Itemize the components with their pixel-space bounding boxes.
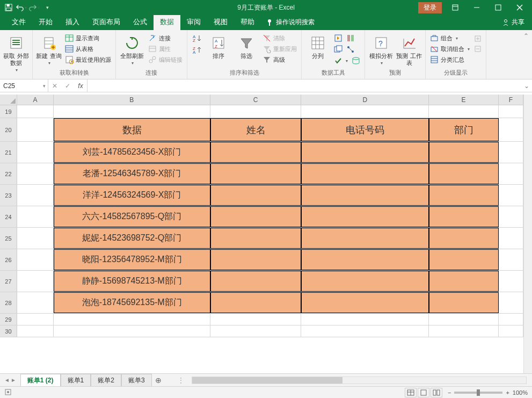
col-header[interactable]: C bbox=[210, 95, 302, 105]
filter-button[interactable]: 筛选 bbox=[234, 33, 259, 60]
name-box[interactable]: C25 bbox=[0, 79, 48, 92]
cell[interactable]: 刘芸-14785623456-X部门 bbox=[54, 142, 210, 163]
tab-home[interactable]: 开始 bbox=[32, 14, 59, 30]
qat-customize-icon[interactable]: ▾ bbox=[42, 2, 53, 13]
advanced-filter-button[interactable]: 高级 bbox=[261, 55, 298, 64]
cell[interactable] bbox=[499, 228, 523, 249]
row-header[interactable]: 30 bbox=[0, 325, 17, 337]
cell[interactable] bbox=[429, 249, 499, 270]
cell[interactable] bbox=[17, 105, 54, 118]
cell[interactable] bbox=[499, 325, 523, 337]
cell[interactable] bbox=[429, 142, 499, 163]
data-validation-button[interactable] bbox=[333, 56, 349, 66]
cell[interactable]: 晓阳-12356478952-M部门 bbox=[54, 249, 210, 270]
new-sheet-button[interactable]: ⊕ bbox=[152, 376, 165, 385]
row-header[interactable]: 23 bbox=[0, 185, 17, 206]
cell[interactable]: 静静-15698745213-M部门 bbox=[54, 271, 210, 292]
page-layout-view-button[interactable] bbox=[418, 388, 429, 397]
cell[interactable] bbox=[429, 325, 499, 337]
ungroup-button[interactable]: 取消组合 bbox=[429, 44, 471, 54]
cell[interactable] bbox=[210, 271, 302, 292]
minimize-icon[interactable] bbox=[469, 0, 485, 15]
row-header[interactable]: 27 bbox=[0, 271, 17, 292]
cell[interactable] bbox=[17, 314, 54, 325]
cell[interactable] bbox=[210, 292, 302, 313]
accept-formula-icon[interactable]: ✓ bbox=[61, 82, 74, 90]
normal-view-button[interactable] bbox=[405, 388, 417, 397]
sheet-tab[interactable]: 账单2 bbox=[91, 374, 121, 387]
col-header[interactable]: A bbox=[17, 95, 54, 105]
cell[interactable] bbox=[499, 185, 523, 206]
cell[interactable] bbox=[17, 206, 54, 227]
cell[interactable] bbox=[301, 105, 429, 118]
cell[interactable] bbox=[17, 118, 54, 141]
cell[interactable] bbox=[429, 271, 499, 292]
cell[interactable] bbox=[499, 118, 523, 141]
cell[interactable] bbox=[210, 249, 302, 270]
tab-insert[interactable]: 插入 bbox=[59, 14, 86, 30]
group-button[interactable]: 组合 bbox=[429, 33, 471, 43]
sheet-tab-nav[interactable]: ◄► bbox=[0, 377, 20, 383]
cell[interactable] bbox=[210, 228, 302, 249]
fx-icon[interactable]: fx bbox=[74, 82, 87, 90]
cell[interactable] bbox=[429, 228, 499, 249]
cell[interactable] bbox=[499, 163, 523, 184]
connections-button[interactable]: 连接 bbox=[147, 33, 184, 43]
cell[interactable] bbox=[54, 105, 210, 118]
cell[interactable] bbox=[54, 314, 210, 325]
cell[interactable] bbox=[17, 228, 54, 249]
login-button[interactable]: 登录 bbox=[418, 2, 442, 13]
cell[interactable] bbox=[301, 163, 429, 184]
cell[interactable] bbox=[301, 185, 429, 206]
consolidate-button[interactable] bbox=[345, 33, 356, 43]
cell[interactable] bbox=[499, 105, 523, 118]
col-header[interactable]: F bbox=[499, 95, 523, 105]
forecast-sheet-button[interactable]: 预测 工作表 bbox=[396, 33, 422, 67]
cell[interactable] bbox=[17, 163, 54, 184]
cell[interactable]: 老潘-12546345789-X部门 bbox=[54, 163, 210, 184]
cell[interactable] bbox=[301, 314, 429, 325]
tab-formulas[interactable]: 公式 bbox=[127, 14, 154, 30]
cell[interactable]: 部门 bbox=[429, 118, 499, 141]
relationships-button[interactable] bbox=[345, 45, 356, 54]
cell[interactable] bbox=[499, 249, 523, 270]
cell[interactable] bbox=[301, 249, 429, 270]
row-header[interactable]: 21 bbox=[0, 142, 17, 163]
vertical-scrollbar[interactable] bbox=[523, 95, 532, 373]
cell[interactable] bbox=[499, 314, 523, 325]
cell[interactable]: 六六-14582567895-Q部门 bbox=[54, 206, 210, 227]
tell-me-search[interactable]: 操作说明搜索 bbox=[261, 15, 320, 30]
remove-duplicates-button[interactable] bbox=[333, 45, 344, 54]
tab-review[interactable]: 审阅 bbox=[180, 14, 207, 30]
expand-formula-icon[interactable]: ⌄ bbox=[521, 79, 532, 92]
cell[interactable] bbox=[17, 325, 54, 337]
cell[interactable] bbox=[210, 185, 302, 206]
sort-asc-button[interactable]: AZ bbox=[191, 33, 203, 43]
cell[interactable] bbox=[429, 105, 499, 118]
cell[interactable]: 姓名 bbox=[210, 118, 302, 141]
record-macro-icon[interactable] bbox=[4, 388, 12, 397]
col-header[interactable]: D bbox=[301, 95, 429, 105]
sheet-tab[interactable]: 账单1 (2) bbox=[20, 374, 61, 387]
tab-data[interactable]: 数据 bbox=[154, 14, 180, 30]
collapse-ribbon-icon[interactable]: ⌃ bbox=[523, 32, 529, 40]
redo-icon[interactable] bbox=[29, 2, 40, 13]
col-header[interactable]: B bbox=[54, 95, 210, 105]
col-header[interactable]: E bbox=[429, 95, 499, 105]
row-header[interactable]: 25 bbox=[0, 228, 17, 249]
sheet-tab[interactable]: 账单3 bbox=[121, 374, 152, 387]
cell[interactable]: 洋洋-12456324569-X部门 bbox=[54, 185, 210, 206]
cell[interactable] bbox=[429, 292, 499, 313]
cell[interactable] bbox=[499, 206, 523, 227]
share-button[interactable]: 共享 bbox=[494, 15, 532, 30]
row-header[interactable]: 22 bbox=[0, 163, 17, 184]
new-query-button[interactable]: 新建 查询 bbox=[36, 33, 62, 66]
undo-icon[interactable] bbox=[16, 2, 27, 13]
cell[interactable] bbox=[301, 228, 429, 249]
cell[interactable] bbox=[301, 206, 429, 227]
subtotal-button[interactable]: 分类汇总 bbox=[429, 55, 471, 64]
cell[interactable] bbox=[499, 142, 523, 163]
tab-view[interactable]: 视图 bbox=[207, 14, 234, 30]
row-header[interactable]: 19 bbox=[0, 105, 17, 118]
cell[interactable] bbox=[210, 325, 302, 337]
